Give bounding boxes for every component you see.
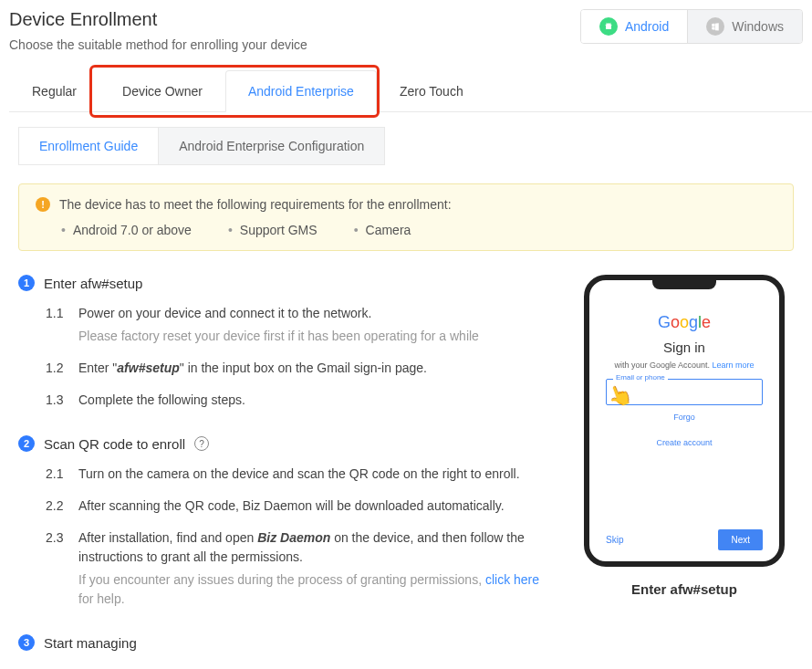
sub-tab-ae-config[interactable]: Android Enterprise Configuration [159,127,385,165]
substep-1-1-num: 1.1 [46,304,69,346]
phone-email-label: Email or phone [613,373,668,382]
substep-1-2-text: Enter "afw#setup" in the input box on th… [78,359,427,378]
substep-2-1-num: 2.1 [46,465,69,484]
click-here-link[interactable]: click here [485,572,539,587]
os-tab-android[interactable]: Android [581,10,687,43]
phone-email-input-wrap: Email or phone 👆 [606,379,763,405]
step-1-badge: 1 [18,275,35,291]
step-3: 3 Start managing [18,634,547,651]
phone-illustration: Google Sign in with your Google Account.… [575,275,794,597]
phone-next-button: Next [718,529,763,550]
step-3-badge: 3 [18,634,35,651]
os-tab-windows-label: Windows [732,19,784,34]
phone-skip-button: Skip [606,535,623,545]
substep-1-3-num: 1.3 [46,391,69,410]
os-tab-android-label: Android [625,19,669,34]
substep-2-2-num: 2.2 [46,497,69,516]
substep-2-3-num: 2.3 [46,528,69,609]
substep-2-2-text: After scanning the QR code, Biz Daemon w… [78,497,505,516]
windows-icon [706,17,724,36]
phone-create-account-link: Create account [606,438,763,447]
requirements-notice: ! The device has to meet the following r… [18,183,794,251]
step-3-title: Start managing [44,635,137,651]
page-title: Device Enrollment [9,9,307,30]
substep-2-3-text: After installation, find and open Biz Da… [78,528,547,609]
page-subtitle: Choose the suitable method for enrolling… [9,37,307,52]
substep-1-1-text: Power on your device and connect it to t… [78,304,479,346]
tab-android-enterprise[interactable]: Android Enterprise [225,70,377,112]
sub-tabs: Enrollment Guide Android Enterprise Conf… [18,127,794,165]
substep-2-3-note-b: for help. [78,591,125,606]
tab-regular[interactable]: Regular [9,70,99,111]
substep-1-3-text: Complete the following steps. [78,391,245,410]
step-2-title: Scan QR code to enroll [44,436,185,452]
phone-forgot-link: Forgo [606,413,763,422]
step-1-title: Enter afw#setup [44,276,142,291]
phone-learn-more-link: Learn more [713,361,755,370]
phone-caption: Enter afw#setup [575,581,794,597]
req-gms: Support GMS [228,223,318,237]
help-icon[interactable]: ? [194,436,209,451]
substep-1-1-note: Please factory reset your device first i… [78,327,479,346]
os-tab-windows[interactable]: Windows [687,10,802,43]
os-tabs: Android Windows [580,9,803,44]
tab-device-owner[interactable]: Device Owner [99,70,225,111]
google-logo: Google [606,313,763,332]
step-2-badge: 2 [18,435,35,452]
tab-zero-touch[interactable]: Zero Touch [377,70,486,111]
substep-2-3-note-a: If you encounter any issues during the p… [78,572,485,587]
warning-icon: ! [36,197,50,212]
substep-1-2-num: 1.2 [46,359,69,378]
step-1: 1 Enter afw#setup 1.1 Power on your devi… [18,275,547,410]
req-android-version: Android 7.0 or above [61,223,192,237]
step-2: 2 Scan QR code to enroll ? 2.1 Turn on t… [18,435,547,609]
phone-signin-sub: with your Google Account. Learn more [606,361,763,370]
android-icon [599,17,618,36]
req-camera: Camera [354,223,411,237]
phone-signin-title: Sign in [606,340,763,355]
notice-heading: The device has to meet the following req… [59,197,452,212]
enrollment-method-tabs: Regular Device Owner Android Enterprise … [9,70,812,112]
substep-2-1-text: Turn on the camera on the device and sca… [78,465,520,484]
sub-tab-enrollment-guide[interactable]: Enrollment Guide [18,127,159,165]
